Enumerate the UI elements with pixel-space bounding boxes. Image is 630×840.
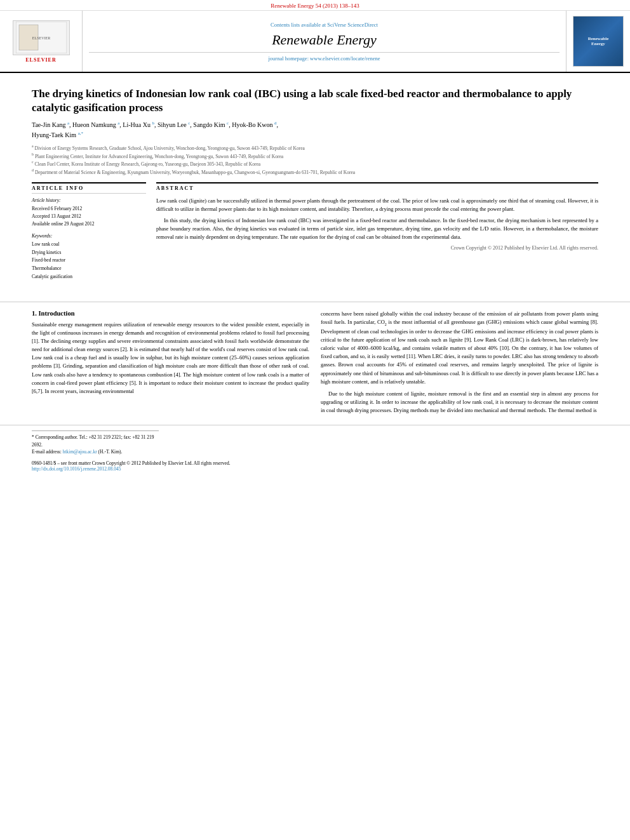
intro-para-3: Due to the high moisture content of lign… (321, 390, 598, 415)
main-content: The drying kinetics of Indonesian low ra… (0, 73, 630, 294)
keyword-1: Low rank coal (32, 241, 146, 249)
accepted-date: Accepted 13 August 2012 (32, 213, 146, 220)
body-content: 1. Introduction Sustainable energy manag… (0, 310, 630, 419)
keywords-label: Keywords: (32, 233, 146, 239)
keyword-2: Drying kinetics (32, 249, 146, 257)
article-info-panel: ARTICLE INFO Article history: Received 6… (32, 182, 146, 286)
article-info-abstract: ARTICLE INFO Article history: Received 6… (32, 182, 598, 286)
issn-line: 0960-1481/$ – see front matter Crown Cop… (32, 460, 598, 466)
sciverse-link: Contents lists available at SciVerse Sci… (271, 22, 378, 28)
article-history: Article history: Received 6 February 201… (32, 197, 146, 228)
journal-name: Renewable Energy (272, 32, 377, 48)
body-left-col: 1. Introduction Sustainable energy manag… (32, 310, 309, 419)
email-link[interactable]: htkim@ajou.ac.kr (63, 449, 97, 455)
svg-text:ELSEVIER: ELSEVIER (32, 36, 50, 40)
abstract-header: ABSTRACT (156, 182, 598, 193)
publisher-logo-area: ELSEVIER ELSEVIER (0, 11, 83, 72)
keywords-section: Keywords: Low rank coal Drying kinetics … (32, 233, 146, 281)
footnote-star-text: * Corresponding author. Tel.: +82 31 219… (32, 434, 154, 447)
journal-header: ELSEVIER ELSEVIER Contents lists availab… (0, 11, 630, 73)
section-number: 1. Introduction (32, 310, 75, 317)
keyword-5: Catalytic gasification (32, 273, 146, 281)
copyright-text: Crown Copyright © 2012 Published by Else… (156, 245, 598, 251)
abstract-panel: ABSTRACT Low rank coal (lignite) can be … (156, 182, 598, 286)
abstract-text: Low rank coal (lignite) can be successfu… (156, 197, 598, 241)
keyword-4: Thermobalance (32, 265, 146, 273)
elsevier-logo-image: ELSEVIER (13, 20, 70, 55)
renewable-energy-badge: RenewableEnergy (573, 16, 624, 67)
intro-para-2: concerns have been raised globally withi… (321, 310, 598, 386)
footer-bottom: 0960-1481/$ – see front matter Crown Cop… (0, 458, 630, 474)
affiliations: a Division of Energy Systems Research, G… (32, 143, 598, 176)
intro-section-title: 1. Introduction (32, 310, 309, 317)
journal-homepage: journal homepage: www.elsevier.com/locat… (89, 52, 560, 62)
authors-line: Tae-Jin Kang a, Hueon Namkung a, Li-Hua … (32, 120, 598, 140)
journal-info-center: Contents lists available at SciVerse Sci… (83, 11, 566, 72)
article-info-header: ARTICLE INFO (32, 182, 146, 194)
doi-link[interactable]: http://dx.doi.org/10.1016/j.renene.2012.… (32, 466, 598, 472)
journal-badge-area: RenewableEnergy (566, 11, 630, 72)
section-divider (0, 302, 630, 302)
intro-para-1: Sustainable energy management requires u… (32, 321, 309, 396)
journal-reference: Renewable Energy 54 (2013) 138–143 (0, 0, 630, 11)
article-title: The drying kinetics of Indonesian low ra… (32, 87, 598, 115)
elsevier-text: ELSEVIER (25, 57, 56, 63)
available-date: Available online 29 August 2012 (32, 220, 146, 228)
elsevier-logo: ELSEVIER ELSEVIER (13, 20, 70, 63)
email-suffix: (H.-T. Kim). (98, 449, 123, 455)
footer-area: * Corresponding author. Tel.: +82 31 219… (0, 425, 630, 458)
email-label: E-mail address: (32, 449, 62, 455)
intro-right-text: concerns have been raised globally withi… (321, 310, 598, 415)
footnote: * Corresponding author. Tel.: +82 31 219… (32, 430, 159, 455)
abstract-para-1: Low rank coal (lignite) can be successfu… (156, 197, 598, 213)
intro-left-text: Sustainable energy management requires u… (32, 321, 309, 396)
body-right-col: concerns have been raised globally withi… (321, 310, 598, 419)
keyword-3: Fixed-bed reactor (32, 257, 146, 265)
received-date: Received 6 February 2012 (32, 205, 146, 213)
abstract-para-2: In this study, the drying kinetics of In… (156, 217, 598, 241)
history-label: Article history: (32, 197, 146, 203)
